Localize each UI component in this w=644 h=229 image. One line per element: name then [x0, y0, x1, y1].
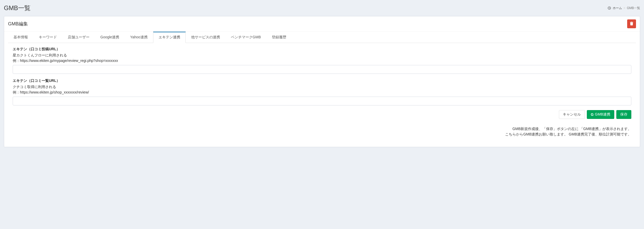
tab-google-link[interactable]: Google連携 — [95, 32, 125, 43]
page-title: GMB一覧 — [4, 4, 31, 12]
footer-note-line2: こちらからGMB連携お願い致します。 GMB連携完了後、順位計測可能です。 — [13, 132, 631, 137]
tab-store-user[interactable]: 店舗ユーザー — [62, 32, 95, 43]
review-list-label: エキテン（口コミ一覧URL） — [13, 78, 631, 83]
review-post-label: エキテン（口コミ投稿URL） — [13, 47, 631, 52]
review-list-help2: 例：https://www.ekiten.jp/shop_xxxxxxx/rev… — [13, 90, 631, 95]
button-row: キャンセル G GMB連携 保存 — [13, 110, 631, 119]
tab-basic-info[interactable]: 基本情報 — [8, 32, 33, 43]
review-post-help2: 例：https://www.ekiten.jp/mypage/review_re… — [13, 58, 631, 63]
gmb-link-label: GMB連携 — [595, 112, 610, 117]
review-post-input[interactable] — [13, 65, 631, 74]
review-list-group: エキテン（口コミ一覧URL） クチコミ取得に利用される 例：https://ww… — [13, 78, 631, 105]
footer-note-line1: GMB新規作成後、「保存」ボタンの左に 「GMB連携」が表示されます。 — [13, 126, 631, 132]
trash-icon — [630, 22, 633, 26]
review-list-help1: クチコミ取得に利用される — [13, 84, 631, 90]
tab-keyword[interactable]: キーワード — [33, 32, 62, 43]
footer-note: GMB新規作成後、「保存」ボタンの左に 「GMB連携」が表示されます。 こちらか… — [13, 126, 631, 137]
review-post-group: エキテン（口コミ投稿URL） 星カクトくんフローに利用される 例：https:/… — [13, 47, 631, 74]
tab-benchmark-gmb[interactable]: ベンチマークGMB — [226, 32, 266, 43]
google-g-icon: G — [591, 112, 594, 117]
tab-other-services[interactable]: 他サービスの連携 — [186, 32, 226, 43]
delete-button[interactable] — [627, 19, 636, 28]
breadcrumb-separator: > — [624, 6, 625, 10]
breadcrumb-home[interactable]: ホーム — [613, 6, 622, 10]
card-title: GMB編集 — [8, 21, 28, 27]
review-post-help1: 星カクトくんフローに利用される — [13, 53, 631, 58]
tab-history[interactable]: 登録履歴 — [266, 32, 292, 43]
review-list-input[interactable] — [13, 97, 631, 105]
gmb-link-button[interactable]: G GMB連携 — [587, 110, 614, 119]
save-button[interactable]: 保存 — [616, 110, 631, 119]
edit-card: GMB編集 基本情報 キーワード 店舗ユーザー Google連携 Yahoo連携… — [4, 16, 640, 147]
tab-yahoo-link[interactable]: Yahoo連携 — [125, 32, 153, 43]
tabs: 基本情報 キーワード 店舗ユーザー Google連携 Yahoo連携 エキテン連… — [8, 32, 636, 43]
cancel-button[interactable]: キャンセル — [559, 110, 585, 119]
tab-content: エキテン（口コミ投稿URL） 星カクトくんフローに利用される 例：https:/… — [8, 43, 636, 147]
breadcrumb: ホーム > GMB一覧 — [608, 6, 640, 10]
tab-ekiten-link[interactable]: エキテン連携 — [153, 32, 186, 43]
dashboard-icon — [608, 6, 611, 10]
breadcrumb-current: GMB一覧 — [627, 6, 640, 10]
